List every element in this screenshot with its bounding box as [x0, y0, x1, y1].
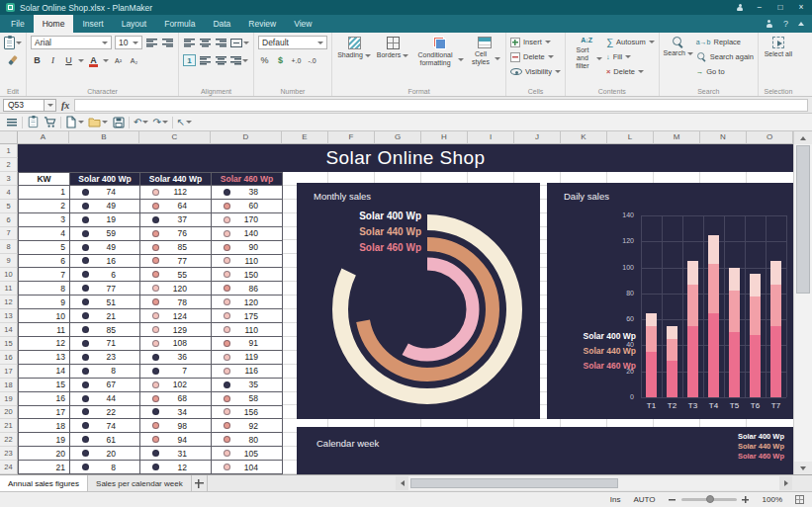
row-header-19[interactable]: 19 — [0, 392, 18, 406]
table-cell[interactable]: 6 — [19, 255, 70, 269]
zoom-in-button[interactable] — [742, 496, 750, 504]
column-header-b[interactable]: B — [69, 131, 139, 144]
table-cell[interactable]: 8 — [70, 365, 140, 379]
table-cell[interactable]: 34 — [140, 406, 212, 420]
table-cell[interactable]: 120 — [140, 282, 212, 296]
table-cell[interactable]: 68 — [140, 392, 212, 406]
table-cell[interactable]: 19 — [19, 433, 70, 447]
menu-tab-insert[interactable]: Insert — [73, 15, 112, 33]
align-bottom-button[interactable] — [230, 53, 248, 67]
scroll-right-button[interactable] — [779, 476, 792, 490]
row-header-15[interactable]: 15 — [0, 337, 18, 351]
insert-mode-indicator[interactable]: Ins — [610, 495, 621, 504]
cell-reference-box[interactable]: Q53 — [3, 99, 45, 112]
row-header-12[interactable]: 12 — [0, 296, 18, 309]
redo-button[interactable]: ↷ — [152, 116, 167, 129]
delete-cells-button[interactable]: Delete — [510, 50, 561, 63]
search-button[interactable]: Search — [664, 36, 693, 58]
table-cell[interactable]: 64 — [140, 200, 212, 213]
zoom-out-button[interactable] — [669, 496, 677, 504]
table-cell[interactable]: 170 — [212, 213, 283, 227]
sheet-banner-title[interactable]: Solar Online Shop — [18, 144, 793, 172]
cell-reference-dropdown[interactable] — [45, 99, 56, 112]
column-header-n[interactable]: N — [700, 131, 747, 144]
row-header-10[interactable]: 10 — [0, 268, 18, 282]
vertical-scrollbar[interactable] — [793, 131, 812, 474]
table-cell[interactable]: 11 — [19, 323, 70, 337]
table-cell[interactable]: 78 — [140, 296, 212, 309]
row-header-16[interactable]: 16 — [0, 351, 18, 365]
bold-button[interactable]: B — [31, 53, 44, 67]
daily-sales-panel[interactable]: Daily sales 020406080100120140 T1T2T3T4T… — [547, 183, 793, 419]
collapse-ribbon-icon[interactable] — [798, 22, 804, 26]
table-header-2[interactable]: Solar 440 Wp — [140, 172, 212, 186]
sheet-tab-annual-sales-figures[interactable]: Annual sales figures — [0, 475, 88, 491]
autosum-button[interactable]: ∑Autosum — [606, 36, 655, 48]
table-cell[interactable]: 9 — [19, 296, 70, 309]
minimize-button[interactable]: − — [755, 0, 765, 15]
table-cell[interactable]: 21 — [70, 309, 140, 323]
scroll-left-button[interactable] — [396, 476, 408, 490]
table-cell[interactable]: 71 — [70, 337, 140, 351]
table-cell[interactable]: 8 — [19, 282, 70, 296]
table-cell[interactable]: 108 — [140, 337, 212, 351]
table-cell[interactable]: 110 — [212, 255, 283, 269]
menu-tab-layout[interactable]: Layout — [113, 15, 156, 33]
merge-cells-button[interactable] — [230, 36, 249, 49]
table-cell[interactable]: 119 — [212, 351, 283, 365]
new-document-button[interactable] — [65, 116, 84, 129]
font-color-dropdown[interactable] — [103, 59, 109, 62]
scroll-up-button[interactable] — [794, 131, 812, 144]
horizontal-scrollbar[interactable] — [396, 476, 792, 490]
table-cell[interactable]: 74 — [70, 419, 140, 433]
column-header-l[interactable]: L — [607, 131, 654, 144]
table-cell[interactable]: 91 — [212, 337, 283, 351]
undo-button[interactable]: ↶ — [134, 116, 148, 129]
row-header-8[interactable]: 8 — [0, 240, 18, 254]
zoom-slider-thumb[interactable] — [706, 495, 714, 503]
table-cell[interactable]: 140 — [212, 227, 283, 241]
row-header-4[interactable]: 4 — [0, 186, 18, 200]
column-header-g[interactable]: G — [375, 131, 421, 144]
sheet-tab-sales-per-calendar-week[interactable]: Sales per calendar week — [88, 475, 192, 491]
menu-tab-view[interactable]: View — [285, 15, 320, 33]
currency-format-button[interactable]: $ — [274, 53, 287, 67]
table-cell[interactable]: 60 — [212, 200, 283, 213]
table-cell[interactable]: 17 — [19, 406, 70, 420]
conditional-formatting-button[interactable]: Conditional formatting — [413, 36, 465, 68]
table-cell[interactable]: 49 — [70, 241, 140, 255]
row-header-5[interactable]: 5 — [0, 200, 18, 213]
zoom-level[interactable]: 100% — [763, 495, 782, 504]
insert-cells-button[interactable]: Insert — [510, 36, 561, 48]
table-cell[interactable]: 74 — [70, 186, 140, 200]
function-fx-button[interactable]: fx — [56, 100, 74, 111]
superscript-button[interactable]: A² — [112, 53, 125, 67]
table-cell[interactable]: 102 — [140, 379, 212, 392]
table-cell[interactable]: 175 — [212, 309, 283, 323]
cell-styles-button[interactable]: Cell styles — [468, 36, 501, 67]
row-header-22[interactable]: 22 — [0, 433, 18, 447]
font-name-select[interactable]: Arial — [31, 36, 112, 49]
table-cell[interactable]: 21 — [19, 461, 70, 474]
auto-calc-indicator[interactable]: AUTO — [633, 495, 655, 504]
menu-button[interactable] — [5, 116, 18, 129]
column-header-c[interactable]: C — [139, 131, 211, 144]
table-cell[interactable]: 20 — [19, 447, 70, 461]
wrap-text-button[interactable]: 1 — [183, 54, 196, 66]
user-icon[interactable] — [766, 20, 773, 28]
column-header-d[interactable]: D — [211, 131, 282, 144]
add-decimal-button[interactable]: +.0 — [290, 53, 303, 67]
table-cell[interactable]: 49 — [70, 200, 140, 213]
table-cell[interactable]: 16 — [70, 255, 140, 269]
formula-input[interactable] — [74, 99, 808, 112]
table-cell[interactable]: 156 — [212, 406, 283, 420]
table-cell[interactable]: 7 — [19, 268, 70, 282]
table-cell[interactable]: 13 — [19, 351, 70, 365]
table-cell[interactable]: 19 — [70, 213, 140, 227]
column-header-e[interactable]: E — [282, 131, 328, 144]
cart-button[interactable] — [44, 116, 56, 129]
table-cell[interactable]: 61 — [70, 433, 140, 447]
vertical-scroll-thumb[interactable] — [796, 145, 810, 294]
column-header-h[interactable]: H — [421, 131, 468, 144]
select-all-button[interactable]: Select all — [763, 36, 794, 59]
